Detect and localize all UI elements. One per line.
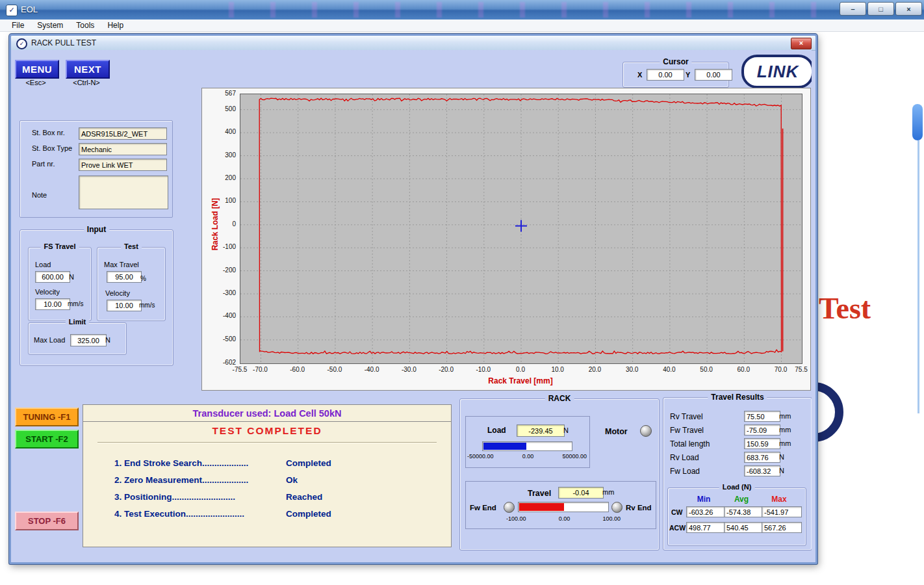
rack-travel-label: Travel: [528, 489, 551, 498]
dialog-titlebar: ✓ RACK PULL TEST ×: [11, 36, 815, 51]
stop-button[interactable]: STOP -F6: [15, 512, 79, 530]
y-tick-label: 500: [202, 105, 237, 112]
motor-led: [640, 425, 652, 437]
max-travel-field[interactable]: 95.00: [107, 271, 142, 283]
test-group: Test Max Travel 95.00 % Velocity 10.00 m…: [97, 247, 166, 321]
cw-min-value: -603.26: [686, 506, 726, 517]
fs-load-field[interactable]: 600.00: [35, 271, 70, 283]
rv-travel-label: Rv Travel: [670, 412, 703, 421]
fs-load-label: Load: [35, 261, 51, 268]
part-nr-label: Part nr.: [32, 160, 55, 168]
dialog-title: RACK PULL TEST: [31, 38, 96, 47]
load-table-min-header: Min: [686, 495, 721, 504]
step-2-label: 2. Zero Measurement...................: [114, 475, 248, 485]
x-tick-label: 75.5: [787, 366, 812, 373]
acw-row-label: ACW: [669, 524, 686, 532]
max-load-unit: N: [105, 336, 110, 344]
y-tick-label: -300: [202, 289, 237, 296]
rack-travel-unit: mm: [602, 488, 614, 496]
fs-velocity-unit: mm/s: [68, 300, 83, 307]
stbox-type-label: St. Box Type: [32, 144, 72, 152]
test-velocity-label: Velocity: [105, 289, 130, 297]
travel-results-title: Travel Results: [708, 393, 767, 402]
travel-scale-max: 100.00: [602, 515, 621, 522]
close-button[interactable]: ×: [895, 2, 922, 16]
rack-load-bar-fill: [483, 443, 526, 450]
titlebar-ghost-artifacts: [195, 2, 851, 18]
rack-travel-value: -0.04: [558, 487, 604, 499]
desktop-artifact-scrollbar[interactable]: [912, 104, 923, 140]
status-step-2: 2. Zero Measurement................... O…: [83, 475, 451, 488]
next-button[interactable]: NEXT: [66, 60, 110, 79]
load-scale-mid: 0.00: [522, 453, 534, 460]
motor-label: Motor: [605, 427, 628, 436]
menu-system[interactable]: System: [32, 20, 68, 31]
stbox-panel: St. Box nr. ADSR915LB/2_WET St. Box Type…: [19, 120, 173, 218]
menu-bar: File System Tools Help: [0, 20, 924, 32]
fw-load-value: -608.32: [744, 465, 780, 476]
fs-travel-group: FS Travel Load 600.00 N Velocity 10.00 m…: [28, 247, 92, 321]
acw-min-value: 498.77: [686, 522, 726, 533]
menu-tools[interactable]: Tools: [71, 20, 99, 31]
rv-end-led: [611, 502, 622, 513]
fs-velocity-label: Velocity: [35, 288, 60, 296]
input-panel: Input FS Travel Load 600.00 N Velocity 1…: [19, 229, 173, 366]
load-scale-min: -50000.00: [467, 453, 494, 460]
y-tick-label: -500: [202, 335, 237, 343]
tuning-button[interactable]: TUNING -F1: [15, 408, 79, 426]
step-4-label: 4. Test Execution.......................…: [114, 509, 244, 519]
rack-pull-test-window: ✓ RACK PULL TEST × MENU <Esc> NEXT <Ctrl…: [9, 34, 817, 564]
rack-travel-bar: [518, 502, 609, 512]
stbox-nr-field[interactable]: ADSR915LB/2_WET: [79, 127, 167, 140]
cursor-panel: Cursor X 0.00 Y 0.00: [622, 62, 729, 88]
stbox-nr-label: St. Box nr.: [32, 129, 65, 136]
x-tick-label: 10.0: [543, 366, 572, 373]
total-length-value: 150.59: [744, 438, 780, 449]
x-tick-label: -10.0: [469, 366, 498, 373]
maximize-button[interactable]: □: [867, 2, 894, 16]
fw-travel-label: Fw Travel: [670, 426, 704, 435]
rv-travel-value: 75.50: [744, 411, 780, 422]
fw-end-label: Fw End: [470, 504, 496, 512]
fw-end-led: [504, 502, 515, 513]
limit-group-title: Limit: [66, 318, 89, 326]
y-tick-label: 567: [202, 90, 237, 97]
plot-area[interactable]: [240, 94, 802, 364]
rv-load-label: Rv Load: [670, 453, 699, 462]
acw-max-value: 567.26: [762, 522, 802, 533]
status-separator: [97, 442, 437, 443]
menu-shortcut-label: <Esc>: [15, 79, 57, 86]
fs-travel-title: FS Travel: [41, 242, 79, 250]
menu-file[interactable]: File: [6, 20, 29, 31]
x-tick-label: 0.0: [506, 366, 535, 373]
x-tick-label: 50.0: [692, 366, 721, 373]
part-nr-field[interactable]: Prove Link WET: [79, 159, 167, 171]
max-load-field[interactable]: 325.00: [70, 334, 107, 346]
y-tick-label: 100: [202, 197, 237, 204]
fs-load-unit: N: [69, 273, 74, 281]
minimize-button[interactable]: –: [840, 2, 866, 16]
cw-avg-value: -574.38: [724, 506, 764, 517]
start-button[interactable]: START -F2: [15, 430, 79, 448]
note-label: Note: [32, 191, 47, 199]
status-step-1: 1. End Stroke Search................... …: [83, 458, 451, 471]
dialog-close-button[interactable]: ×: [791, 38, 812, 49]
step-4-status: Completed: [286, 509, 331, 519]
note-field[interactable]: [79, 176, 168, 209]
menu-button[interactable]: MENU: [15, 60, 59, 79]
test-velocity-field[interactable]: 10.00: [107, 300, 142, 311]
fs-velocity-field[interactable]: 10.00: [35, 298, 70, 310]
step-3-label: 3. Positioning..........................: [114, 492, 235, 502]
y-tick-label: 200: [202, 174, 237, 181]
status-step-3: 3. Positioning..........................…: [83, 492, 451, 505]
status-panel: Transducer used: Load Cell 50kN TEST COM…: [83, 404, 452, 547]
desktop-artifact-edge-line: [918, 140, 919, 413]
rack-load-label: Load: [487, 426, 506, 435]
stbox-type-field[interactable]: Mechanic: [79, 143, 167, 155]
rack-load-box: Load -239.45 N -50000.00 0.00 50000.00: [465, 416, 590, 468]
test-group-title: Test: [121, 242, 142, 250]
menu-help[interactable]: Help: [102, 20, 129, 31]
x-tick-label: -40.0: [357, 366, 386, 373]
travel-scale-min: -100.00: [506, 515, 526, 522]
rack-load-scale: -50000.00 0.00 50000.00: [467, 453, 587, 460]
